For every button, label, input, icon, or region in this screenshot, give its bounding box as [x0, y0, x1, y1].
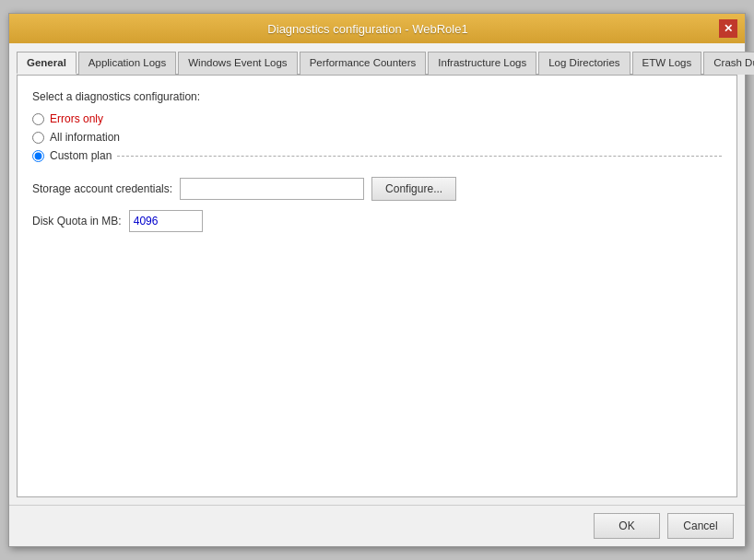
- storage-label: Storage account credentials:: [32, 182, 172, 195]
- cancel-button[interactable]: Cancel: [667, 513, 734, 539]
- configure-button[interactable]: Configure...: [371, 177, 456, 201]
- title-bar: Diagnostics configuration - WebRole1 ✕: [9, 14, 745, 43]
- close-button[interactable]: ✕: [719, 19, 737, 38]
- radio-custom-plan-label[interactable]: Custom plan: [50, 149, 112, 162]
- disk-label: Disk Quota in MB:: [32, 215, 122, 228]
- radio-all-information[interactable]: [32, 132, 44, 144]
- dialog-body: General Application Logs Windows Event L…: [9, 43, 745, 505]
- ok-button[interactable]: OK: [594, 513, 660, 539]
- tab-log-directories[interactable]: Log Directories: [538, 52, 630, 75]
- storage-input[interactable]: [180, 178, 364, 200]
- radio-errors-only[interactable]: [32, 113, 44, 125]
- tab-bar: General Application Logs Windows Event L…: [17, 51, 737, 76]
- content-panel: Select a diagnostics configuration: Erro…: [17, 76, 737, 497]
- radio-group: Errors only All information Custom plan: [32, 112, 722, 162]
- tab-etw-logs[interactable]: ETW Logs: [632, 52, 702, 75]
- storage-account-row: Storage account credentials: Configure..…: [32, 177, 722, 201]
- radio-errors-only-row: Errors only: [32, 112, 722, 125]
- radio-all-information-row: All information: [32, 131, 722, 144]
- radio-errors-only-label[interactable]: Errors only: [50, 112, 103, 125]
- title-bar-controls: ✕: [719, 19, 737, 38]
- tab-windows-event-logs[interactable]: Windows Event Logs: [178, 52, 297, 75]
- disk-quota-row: Disk Quota in MB:: [32, 210, 722, 232]
- custom-plan-divider: [117, 156, 722, 157]
- tab-performance-counters[interactable]: Performance Counters: [300, 52, 427, 75]
- disk-quota-input[interactable]: [129, 210, 203, 232]
- dialog-window: Diagnostics configuration - WebRole1 ✕ G…: [8, 13, 746, 547]
- tab-crash-dumps[interactable]: Crash Dumps: [703, 52, 754, 75]
- tab-application-logs[interactable]: Application Logs: [78, 52, 176, 75]
- tab-infrastructure-logs[interactable]: Infrastructure Logs: [428, 52, 536, 75]
- title-bar-text: Diagnostics configuration - WebRole1: [17, 22, 719, 36]
- dialog-footer: OK Cancel: [9, 505, 745, 546]
- tab-general[interactable]: General: [17, 52, 77, 75]
- radio-custom-plan-row: Custom plan: [32, 149, 722, 162]
- radio-custom-plan[interactable]: [32, 150, 44, 162]
- radio-all-information-label[interactable]: All information: [50, 131, 120, 144]
- section-label: Select a diagnostics configuration:: [32, 90, 722, 103]
